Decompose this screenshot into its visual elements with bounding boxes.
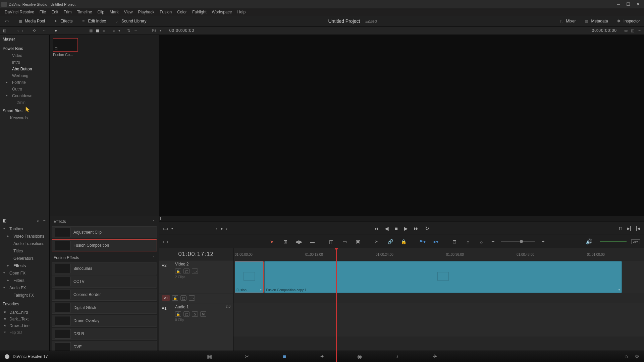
menu-fusion[interactable]: Fusion [157, 10, 174, 14]
dropdown-icon[interactable]: ▾ [118, 28, 120, 33]
menu-workspace[interactable]: Workspace [209, 10, 235, 14]
power-bins-header[interactable]: Power Bins [0, 44, 49, 52]
in-out-icon[interactable]: ▸| [627, 225, 631, 232]
track-mute-icon[interactable]: M [200, 311, 206, 317]
menu-clip[interactable]: Clip [95, 10, 107, 14]
playhead[interactable] [336, 248, 337, 362]
sound-library-button[interactable]: ♪Sound Library [110, 16, 151, 26]
effects-button[interactable]: ✦Effects [49, 16, 76, 26]
dual-viewer-icon[interactable]: ◫ [631, 28, 634, 33]
mixer-button[interactable]: ⎍Mixer [554, 18, 580, 24]
menu-view[interactable]: View [121, 10, 136, 14]
insert-tool[interactable]: ◫ [328, 238, 334, 245]
menu-color[interactable]: Color [174, 10, 190, 14]
menu-file[interactable]: File [37, 10, 49, 14]
track-visible-icon[interactable]: ▭ [189, 295, 195, 301]
fx-colored-border[interactable]: Colored Border [52, 289, 157, 301]
view-list-icon[interactable]: ≡ [103, 28, 105, 33]
flag-tool[interactable]: ⚑▾ [419, 238, 426, 245]
menu-davinci[interactable]: DaVinci Resolve [2, 10, 37, 14]
razor-tool[interactable]: ✂ [373, 238, 380, 245]
bin-2min[interactable]: 2min [0, 99, 49, 106]
chevron-down-icon[interactable]: ▾ [160, 29, 161, 32]
loop-button[interactable]: ↻ [425, 226, 429, 232]
history-icon[interactable]: ⟲ [33, 28, 36, 33]
volume-icon[interactable]: 🔊 [586, 238, 592, 245]
titles-item[interactable]: Titles [0, 247, 49, 255]
fav-item[interactable]: Flip 3D [0, 329, 49, 336]
track-lock-icon[interactable]: 🔒 [172, 295, 178, 301]
fx-panel-icon[interactable]: ◧ [3, 218, 6, 223]
bin-keywords[interactable]: Keywords [0, 115, 49, 121]
blade-tool[interactable]: ▬ [309, 238, 316, 245]
viewer-canvas[interactable] [159, 35, 644, 216]
zoom-fit-icon[interactable]: ⊡ [451, 238, 458, 245]
menu-edit[interactable]: Edit [49, 10, 61, 14]
first-frame-button[interactable]: ⏮ [374, 226, 379, 231]
out-icon[interactable]: |◂ [636, 225, 640, 232]
edit-page-icon[interactable]: ≡ [281, 353, 288, 360]
marker-tool[interactable]: ●▾ [432, 238, 439, 245]
fx-binoculars[interactable]: Binoculars [52, 262, 157, 275]
dynamic-trim-tool[interactable]: ◀▶ [296, 238, 302, 245]
zoom-slider[interactable] [501, 241, 535, 242]
track-v2-id[interactable]: V2 [162, 262, 175, 268]
bin-outro[interactable]: Outro [0, 86, 49, 93]
clip-bin-area[interactable]: Fusion Co... [50, 35, 159, 216]
edit-index-button[interactable]: ≡Edit Index [77, 16, 110, 26]
nav-back-icon[interactable]: ‹ [17, 28, 19, 33]
clip-fusion-copy-1[interactable]: Fusion Composition copy 1 ✦ [264, 261, 622, 293]
openfx-item[interactable]: ▾Open FX [0, 269, 49, 277]
zoom-out-icon[interactable]: − [491, 239, 494, 245]
timeline-view-icon[interactable]: ▭ [163, 238, 168, 245]
filters-item[interactable]: ▸Filters [0, 277, 49, 284]
track-auto-select-icon[interactable]: ▢ [183, 268, 190, 274]
fx-digital-glitch[interactable]: Digital Glitch [52, 302, 157, 314]
sort-icon[interactable]: ⇅ [127, 28, 130, 33]
generators-item[interactable]: Generators [0, 255, 49, 262]
menu-playback[interactable]: Playback [135, 10, 157, 14]
view-metadata-icon[interactable]: ▦ [89, 28, 93, 33]
chevron-down-icon[interactable]: ▾ [171, 227, 173, 230]
bin-fortnite[interactable]: ▸Fortnite [0, 79, 49, 86]
bin-werbung[interactable]: Werbung [0, 72, 49, 79]
bin-countdown[interactable]: ▾Countdown [0, 93, 49, 99]
next-frame-button[interactable]: ⏭ [414, 226, 419, 231]
menu-timeline[interactable]: Timeline [74, 10, 95, 14]
prev-frame-button[interactable]: ◀ [385, 226, 389, 232]
next-marker-icon[interactable]: › [226, 227, 227, 231]
detail-zoom-icon[interactable]: ⌕ [465, 238, 471, 245]
clip-thumbnail[interactable] [53, 38, 78, 52]
timeline-ruler[interactable]: 01:00:00:00 01:00:12:00 01:00:24:00 01:0… [233, 248, 644, 260]
fav-item[interactable]: Dark...hird [0, 309, 49, 316]
media-page-icon[interactable]: ▦ [206, 353, 213, 360]
master-bin[interactable]: Master [0, 35, 49, 44]
volume-slider[interactable] [600, 241, 627, 242]
fusion-page-icon[interactable]: ✦ [318, 353, 326, 360]
fx-drone-overlay[interactable]: Drone Overlay [52, 315, 157, 327]
trim-tool[interactable]: ⊞ [282, 238, 289, 245]
fav-item[interactable]: Dark...Text [0, 316, 49, 322]
metadata-button[interactable]: ▤Metadata [580, 18, 612, 24]
audio-transitions-item[interactable]: Audio Transitions [0, 240, 49, 247]
view-thumb-icon[interactable]: ▦ [96, 28, 99, 33]
effects-category[interactable]: Effects⌃ [52, 218, 157, 225]
toolbox-item[interactable]: ▾Toolbox [0, 225, 49, 233]
fairlightfx-item[interactable]: Fairlight FX [0, 292, 49, 299]
fusion-effects-category[interactable]: Fusion Effects⌃ [52, 254, 157, 261]
close-button[interactable]: ✕ [636, 2, 640, 7]
minimize-button[interactable]: ─ [617, 2, 620, 7]
fx-dslr[interactable]: DSLR [52, 328, 157, 340]
fx-adjustment-clip[interactable]: Adjustment Clip [52, 226, 157, 238]
project-settings-icon[interactable]: ⚙ [635, 353, 639, 360]
menu-help[interactable]: Help [234, 10, 248, 14]
track-lock-icon[interactable]: 🔒 [175, 311, 181, 317]
selection-tool[interactable]: ➤ [269, 238, 275, 245]
dim-button[interactable]: DIM [631, 239, 640, 244]
menu-trim[interactable]: Trim [61, 10, 74, 14]
prev-marker-icon[interactable]: ‹ [216, 227, 217, 231]
bin-video[interactable]: Video [0, 52, 49, 59]
zoom-in-icon[interactable]: + [541, 239, 544, 245]
overwrite-tool[interactable]: ▭ [341, 238, 348, 245]
custom-zoom-icon[interactable]: ⌕ [478, 238, 485, 245]
